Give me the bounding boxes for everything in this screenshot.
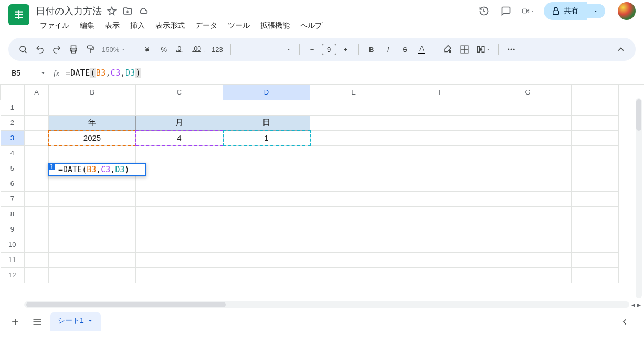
more-formats-button[interactable]: 123 xyxy=(209,42,225,57)
row-header-2[interactable]: 2 xyxy=(1,115,25,130)
col-header-D[interactable]: D xyxy=(223,85,310,100)
font-family-select[interactable] xyxy=(236,42,294,57)
cell-C1[interactable] xyxy=(136,100,223,115)
cell-E1[interactable] xyxy=(310,100,397,115)
row-header-9[interactable]: 9 xyxy=(1,222,25,237)
name-box[interactable]: B5 xyxy=(8,66,47,80)
cell-F2[interactable] xyxy=(397,115,484,130)
scroll-right-icon[interactable]: ▸ xyxy=(637,300,641,309)
cell-E2[interactable] xyxy=(310,115,397,130)
account-avatar[interactable] xyxy=(618,2,636,20)
row-header-12[interactable]: 12 xyxy=(1,267,25,283)
row-header-1[interactable]: 1 xyxy=(1,100,25,115)
cell-A1[interactable] xyxy=(25,100,49,115)
row-header-11[interactable]: 11 xyxy=(1,252,25,267)
tabstrip-scroll-button[interactable] xyxy=(620,317,638,327)
comments-icon[interactable] xyxy=(500,5,512,17)
cell-C3[interactable]: 4 xyxy=(136,130,223,145)
collapse-toolbar-button[interactable] xyxy=(614,42,628,57)
cell-D2[interactable]: 日 xyxy=(223,115,310,130)
share-dropdown[interactable] xyxy=(587,4,605,18)
percent-button[interactable]: % xyxy=(156,42,171,57)
select-all-corner[interactable] xyxy=(1,85,25,100)
formula-help-icon[interactable]: ? xyxy=(48,163,55,170)
borders-button[interactable] xyxy=(457,42,472,57)
font-size-input[interactable]: 9 xyxy=(322,44,336,55)
history-icon[interactable] xyxy=(478,5,490,17)
cell-E3[interactable] xyxy=(310,130,397,145)
cell-G3[interactable] xyxy=(484,130,572,145)
cell-B3[interactable]: 2025 xyxy=(49,130,136,145)
menu-extensions[interactable]: 拡張機能 xyxy=(256,19,294,33)
menu-format[interactable]: 表示形式 xyxy=(151,19,189,33)
currency-button[interactable]: ¥ xyxy=(140,42,154,57)
more-toolbar-button[interactable] xyxy=(504,42,519,57)
font-size-increase[interactable]: + xyxy=(339,42,353,57)
menu-edit[interactable]: 編集 xyxy=(76,19,99,33)
cell-B2[interactable]: 年 xyxy=(49,115,136,130)
share-button[interactable]: 共有 xyxy=(544,2,587,20)
cell-C2[interactable]: 月 xyxy=(136,115,223,130)
col-header-blank[interactable] xyxy=(572,85,619,100)
row-header-8[interactable]: 8 xyxy=(1,206,25,222)
menu-file[interactable]: ファイル xyxy=(36,19,73,33)
paint-format-button[interactable] xyxy=(83,42,98,57)
vertical-scrollbar[interactable] xyxy=(636,98,642,298)
row-header-5[interactable]: 5 xyxy=(1,161,25,176)
menu-data[interactable]: データ xyxy=(191,19,221,33)
cloud-status-icon[interactable] xyxy=(139,6,148,16)
redo-button[interactable] xyxy=(49,42,64,57)
cell-D1[interactable] xyxy=(223,100,310,115)
col-header-B[interactable]: B xyxy=(49,85,136,100)
row-header-10[interactable]: 10 xyxy=(1,237,25,252)
row-header-7[interactable]: 7 xyxy=(1,191,25,206)
menu-tools[interactable]: ツール xyxy=(224,19,254,33)
formula-bar[interactable]: =DATE(B3,C3,D3) xyxy=(66,68,636,78)
col-header-A[interactable]: A xyxy=(25,85,49,100)
scroll-left-icon[interactable]: ◂ xyxy=(631,300,635,309)
row-header-4[interactable]: 4 xyxy=(1,145,25,161)
horizontal-scrollbar[interactable] xyxy=(24,301,629,308)
cell-D3[interactable]: 1 xyxy=(223,130,310,145)
sheets-logo[interactable] xyxy=(8,4,29,25)
menu-insert[interactable]: 挿入 xyxy=(126,19,149,33)
bold-button[interactable]: B xyxy=(364,42,379,57)
sheet-tab-label: シート1 xyxy=(58,316,84,326)
cell-G1[interactable] xyxy=(484,100,572,115)
cell-A2[interactable] xyxy=(25,115,49,130)
print-button[interactable] xyxy=(66,42,81,57)
font-size-decrease[interactable]: − xyxy=(305,42,320,57)
zoom-select[interactable]: 150% xyxy=(100,42,129,57)
spreadsheet-grid[interactable]: A B C D E F G 1 2 年 月 日 3 2025 4 1 4 xyxy=(0,84,644,310)
cell-G2[interactable] xyxy=(484,115,572,130)
decrease-decimal-button[interactable]: .0← xyxy=(173,42,188,57)
col-header-C[interactable]: C xyxy=(136,85,223,100)
cell-F3[interactable] xyxy=(397,130,484,145)
cell-editor[interactable]: ? =DATE(B3,C3,D3) xyxy=(48,163,146,176)
italic-button[interactable]: I xyxy=(381,42,396,57)
undo-button[interactable] xyxy=(33,42,47,57)
menu-help[interactable]: ヘルプ xyxy=(296,19,326,33)
doc-title[interactable]: 日付の入力方法 xyxy=(36,5,102,17)
col-header-F[interactable]: F xyxy=(397,85,484,100)
search-menu-button[interactable] xyxy=(16,42,30,57)
row-header-3[interactable]: 3 xyxy=(1,130,25,145)
move-icon[interactable] xyxy=(123,6,132,16)
all-sheets-button[interactable] xyxy=(28,313,46,331)
cell-B1[interactable] xyxy=(49,100,136,115)
cell-F1[interactable] xyxy=(397,100,484,115)
cell-A3[interactable] xyxy=(25,130,49,145)
fill-color-button[interactable] xyxy=(440,42,455,57)
row-header-6[interactable]: 6 xyxy=(1,176,25,191)
text-color-button[interactable]: A xyxy=(415,42,429,57)
increase-decimal-button[interactable]: .00→ xyxy=(190,42,207,57)
col-header-E[interactable]: E xyxy=(310,85,397,100)
merge-cells-button[interactable] xyxy=(474,42,493,57)
add-sheet-button[interactable] xyxy=(6,313,24,331)
menu-view[interactable]: 表示 xyxy=(101,19,124,33)
sheet-tab-1[interactable]: シート1 xyxy=(50,312,101,331)
star-icon[interactable] xyxy=(107,6,117,16)
strikethrough-button[interactable]: S xyxy=(398,42,413,57)
col-header-G[interactable]: G xyxy=(484,85,572,100)
meet-icon[interactable] xyxy=(522,5,534,17)
